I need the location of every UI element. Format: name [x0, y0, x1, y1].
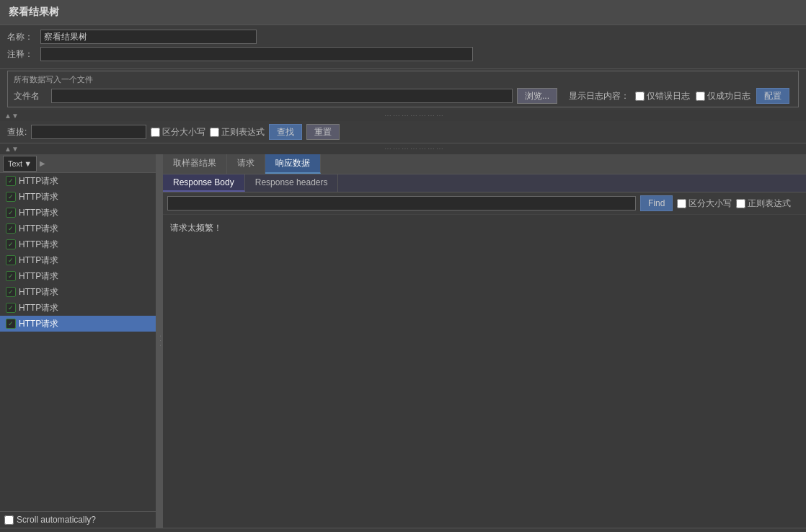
response-case-label[interactable]: 区分大小写	[677, 198, 732, 210]
left-panel-header: Text ▼ ▶	[0, 154, 156, 173]
view-dropdown[interactable]: Text ▼	[3, 156, 37, 172]
shield-icon-1	[6, 192, 16, 202]
scroll-auto-checkbox[interactable]	[4, 515, 14, 525]
shield-icon-8	[6, 303, 16, 313]
list-item[interactable]: HTTP请求	[0, 284, 156, 300]
scroll-auto-label: Scroll automatically?	[17, 515, 96, 525]
shield-icon-6	[6, 271, 16, 281]
title-bar: 察看结果树	[0, 0, 806, 25]
name-input[interactable]	[40, 30, 257, 44]
page-title: 察看结果树	[9, 6, 59, 17]
list-item[interactable]: HTTP请求	[0, 300, 156, 316]
collapse-arrow-1: ▲▼	[4, 112, 19, 120]
left-panel-footer: Scroll automatically?	[0, 511, 156, 528]
search-label: 查拔:	[7, 126, 27, 138]
right-panel: 取样器结果 请求 响应数据 Response Body Response hea…	[163, 154, 806, 528]
divider-2[interactable]: ▲▼ ⋯⋯⋯⋯⋯⋯⋯	[0, 143, 806, 154]
shield-icon-4	[6, 239, 16, 249]
regex-checkbox[interactable]	[210, 128, 219, 137]
shield-icon-5	[6, 255, 16, 265]
comment-input[interactable]	[40, 47, 473, 61]
case-sensitive-checkbox[interactable]	[151, 128, 160, 137]
name-row: 名称：	[7, 30, 799, 44]
sub-tab-response-body[interactable]: Response Body	[163, 174, 245, 192]
response-search-input[interactable]	[167, 196, 636, 210]
response-body-text: 请求太频繁！	[170, 223, 222, 233]
bottom-bar: https://blog.csdn.net/weixin_40990818	[0, 528, 806, 532]
find-button[interactable]: 查找	[269, 124, 302, 140]
form-section: 名称： 注释：	[0, 25, 806, 69]
list-item[interactable]: HTTP请求	[0, 173, 156, 189]
sub-tab-response-headers[interactable]: Response headers	[245, 174, 339, 192]
shield-icon-0	[6, 176, 16, 186]
search-bar: 查拔: 区分大小写 正则表达式 查找 重置	[0, 121, 806, 143]
error-only-checkbox-label[interactable]: 仅错误日志	[635, 90, 690, 102]
name-label: 名称：	[7, 31, 36, 43]
dropdown-arrow: ▼	[24, 159, 32, 168]
list-item[interactable]: HTTP请求	[0, 268, 156, 284]
panel-expand-icon: ▶	[40, 159, 45, 167]
divider-dots-1: ⋯⋯⋯⋯⋯⋯⋯	[23, 112, 806, 120]
sub-tabs-bar: Response Body Response headers	[163, 174, 806, 192]
collapse-arrow-2: ▲▼	[4, 145, 19, 153]
shield-icon-2	[6, 208, 16, 218]
success-only-checkbox-label[interactable]: 仅成功日志	[696, 90, 750, 102]
main-area: Text ▼ ▶ HTTP请求 HTTP请求 HTTP请求 HTTP请求	[0, 154, 806, 528]
shield-icon-3	[6, 223, 16, 234]
tab-request[interactable]: 请求	[227, 154, 265, 174]
error-only-checkbox[interactable]	[635, 92, 645, 101]
file-section: 所有数据写入一个文件 文件名 浏览... 显示日志内容： 仅错误日志 仅成功日志…	[7, 71, 799, 107]
list-item[interactable]: HTTP请求	[0, 236, 156, 252]
response-regex-label[interactable]: 正则表达式	[736, 198, 791, 210]
tabs-bar: 取样器结果 请求 响应数据	[163, 154, 806, 174]
regex-label[interactable]: 正则表达式	[210, 126, 265, 138]
list-item[interactable]: HTTP请求	[0, 252, 156, 268]
list-item-selected[interactable]: HTTP请求	[0, 316, 156, 332]
shield-icon-9	[6, 319, 16, 329]
response-find-button[interactable]: Find	[640, 195, 673, 211]
response-body: 请求太频繁！	[163, 215, 806, 528]
file-input[interactable]	[51, 89, 513, 103]
tab-response-data[interactable]: 响应数据	[265, 154, 321, 174]
case-sensitive-label[interactable]: 区分大小写	[151, 126, 205, 138]
list-container: HTTP请求 HTTP请求 HTTP请求 HTTP请求 HTTP请求 HTTP请…	[0, 173, 156, 511]
divider-dots-2: ⋯⋯⋯⋯⋯⋯⋯	[23, 145, 806, 153]
list-item[interactable]: HTTP请求	[0, 205, 156, 221]
tab-sampler-results[interactable]: 取样器结果	[163, 154, 227, 174]
file-section-title: 所有数据写入一个文件	[14, 74, 792, 85]
left-panel: Text ▼ ▶ HTTP请求 HTTP请求 HTTP请求 HTTP请求	[0, 154, 157, 528]
list-item[interactable]: HTTP请求	[0, 189, 156, 205]
file-row: 文件名 浏览... 显示日志内容： 仅错误日志 仅成功日志 配置	[14, 88, 792, 104]
config-button[interactable]: 配置	[756, 88, 789, 104]
response-regex-checkbox[interactable]	[736, 199, 745, 208]
comment-row: 注释：	[7, 47, 799, 61]
response-case-checkbox[interactable]	[677, 199, 686, 208]
log-label: 显示日志内容：	[569, 90, 629, 102]
file-label: 文件名	[14, 90, 43, 102]
response-search-bar: Find 区分大小写 正则表达式	[163, 192, 806, 215]
list-item[interactable]: HTTP请求	[0, 221, 156, 236]
success-only-checkbox[interactable]	[696, 92, 705, 101]
search-input[interactable]	[31, 125, 146, 139]
comment-label: 注释：	[7, 48, 36, 61]
log-row: 显示日志内容： 仅错误日志 仅成功日志 配置	[569, 88, 789, 104]
reset-button[interactable]: 重置	[306, 124, 340, 140]
shield-icon-7	[6, 287, 16, 297]
divider-1[interactable]: ▲▼ ⋯⋯⋯⋯⋯⋯⋯	[0, 110, 806, 121]
browse-button[interactable]: 浏览...	[517, 88, 557, 104]
resize-handle[interactable]: · · ·	[157, 154, 163, 528]
